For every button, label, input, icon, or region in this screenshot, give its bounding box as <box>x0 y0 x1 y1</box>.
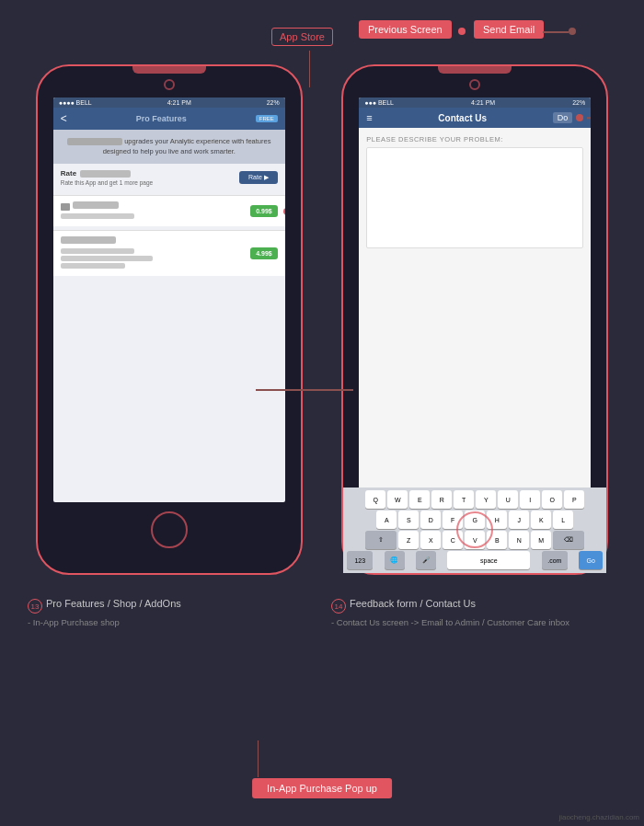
hamburger-menu[interactable]: ≡ <box>366 112 372 123</box>
price-2[interactable]: 4.99$ <box>250 247 278 259</box>
status-bar-1: ●●●● BELL 4:21 PM 22% <box>53 98 285 108</box>
key-t[interactable]: T <box>454 490 474 502</box>
phone-1-speaker <box>132 66 206 74</box>
phone-1-camera <box>164 79 175 90</box>
product-detail-2a <box>61 248 134 254</box>
prev-screen-label: Previous Screen <box>359 20 452 39</box>
phone-2-home[interactable] <box>456 511 493 548</box>
back-button-1[interactable]: < <box>61 112 67 125</box>
form-label: PLEASE DESCRIBE YOUR PROBLEM: <box>366 135 583 143</box>
status-bar-2: ●●● BELL 4:21 PM 22% <box>359 98 591 108</box>
form-textarea[interactable] <box>366 147 583 248</box>
rate-button[interactable]: Rate ▶ <box>239 171 278 184</box>
key-y[interactable]: Y <box>476 490 496 502</box>
rate-desc: Rate this App and get 1 more page <box>61 179 153 186</box>
time-2: 4:21 PM <box>471 99 495 106</box>
carrier-1: ●●●● BELL <box>59 99 92 106</box>
section-2-number: 14 <box>331 599 346 614</box>
phone-1-home[interactable] <box>151 511 188 548</box>
promo-text: upgrades your Analytic experience with f… <box>103 137 271 155</box>
nav-badge-1: FREE <box>256 115 278 122</box>
product-item-1: 0.99$ <box>53 195 285 226</box>
rate-info: Rate Rate this App and get 1 more page <box>61 169 153 186</box>
time-1: 4:21 PM <box>167 99 191 106</box>
price-wrapper-2: 4.99$ <box>250 247 278 259</box>
section-1-desc: - In-App Purchase shop <box>28 617 313 627</box>
kbd-row-1: Q W E R T Y U I O P <box>359 490 591 502</box>
price-wrapper-1: 0.99$ <box>250 205 278 217</box>
phone-1: ●●●● BELL 4:21 PM 22% < Pro Features FRE… <box>23 64 316 575</box>
contact-form: PLEASE DESCRIBE YOUR PROBLEM: <box>359 128 591 256</box>
price-1[interactable]: 0.99$ <box>250 205 278 217</box>
nav-title-1: Pro Features <box>73 114 250 123</box>
section-1-info: 13 Pro Features / Shop / AddOns - In-App… <box>28 598 313 627</box>
nav-title-2: Contact Us <box>438 113 487 123</box>
bottom-labels: 13 Pro Features / Shop / AddOns - In-App… <box>0 598 644 627</box>
watermark: jiaocheng.chazidian.com <box>558 813 639 821</box>
connection-line-h <box>256 389 353 391</box>
send-email-line <box>543 31 569 33</box>
in-app-purchase-tag: In-App Purchase Pop up <box>252 778 392 798</box>
product-item-2: 4.99$ <box>53 230 285 276</box>
phone-1-body: ●●●● BELL 4:21 PM 22% < Pro Features FRE… <box>36 64 303 575</box>
phone-1-screen: ●●●● BELL 4:21 PM 22% < Pro Features FRE… <box>53 98 285 502</box>
key-e[interactable]: E <box>409 490 430 502</box>
key-u[interactable]: U <box>498 490 518 502</box>
section-2-info: 14 Feedback form / Contact Us - Contact … <box>331 598 616 627</box>
carrier-2: ●●● BELL <box>364 99 394 106</box>
prev-screen-dot <box>458 28 466 35</box>
key-q[interactable]: Q <box>365 490 385 502</box>
battery-1: 22% <box>267 99 280 106</box>
send-email-label: Send Email <box>474 20 544 39</box>
phone-2-camera <box>469 79 480 90</box>
rate-label: Rate <box>61 169 76 178</box>
nav-bar-2: ≡ Contact Us Do <box>359 108 591 128</box>
key-w[interactable]: W <box>387 490 408 502</box>
phone-2-body: ●●● BELL 4:21 PM 22% ≡ Contact Us Do <box>341 64 608 575</box>
send-email-dot <box>569 28 576 35</box>
rate-label-blur <box>80 170 131 178</box>
promo-section: upgrades your Analytic experience with f… <box>53 130 285 164</box>
price-connector-dot <box>283 208 285 215</box>
bottom-tag-line <box>258 740 259 777</box>
rate-section: Rate Rate this App and get 1 more page R… <box>53 164 285 191</box>
battery-2: 22% <box>572 99 585 106</box>
key-p[interactable]: P <box>564 490 584 502</box>
product-detail-1a <box>61 213 134 219</box>
key-i[interactable]: I <box>520 490 540 502</box>
key-r[interactable]: R <box>431 490 452 502</box>
phone-2-speaker <box>438 66 512 74</box>
rate-row: Rate Rate this App and get 1 more page R… <box>61 169 278 186</box>
section-2-desc: - Contact Us screen -> Email to Admin / … <box>331 617 616 627</box>
keyboard: Q W E R T Y U I O P A <box>359 488 591 502</box>
section-1-number: 13 <box>28 599 42 614</box>
product-info-2 <box>61 236 250 270</box>
nav-bar-1: < Pro Features FREE <box>53 108 285 130</box>
section-1-title: Pro Features / Shop / AddOns <box>46 598 181 609</box>
product-info-1 <box>61 201 250 221</box>
nav-action-do[interactable]: Do <box>553 112 573 123</box>
phone-2: ●●● BELL 4:21 PM 22% ≡ Contact Us Do <box>329 64 622 575</box>
phone-2-screen: ●●● BELL 4:21 PM 22% ≡ Contact Us Do <box>359 98 591 502</box>
product-detail-2c <box>61 263 125 269</box>
key-o[interactable]: O <box>542 490 562 502</box>
section-2-title: Feedback form / Contact Us <box>350 598 476 609</box>
product-detail-2b <box>61 256 153 261</box>
app-store-label: App Store <box>271 28 333 46</box>
app-name-blur <box>67 138 122 145</box>
